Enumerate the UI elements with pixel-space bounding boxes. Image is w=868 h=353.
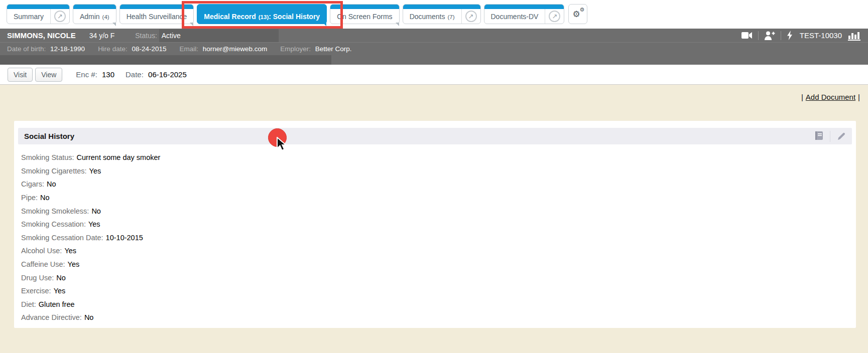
social-history-row: Caffeine Use: Yes (21, 258, 849, 271)
edit-pencil-icon[interactable] (837, 132, 846, 141)
tab-medical-record-active[interactable]: Medical Record (13) : Social History (197, 4, 327, 24)
social-history-row: Smoking Status: Current some day smoker (21, 151, 849, 164)
tab-label: Documents (410, 13, 445, 21)
enc-number-label: Enc #: (76, 70, 97, 79)
lightning-icon[interactable] (787, 31, 793, 40)
patient-name: SIMMONS, NICOLE (7, 31, 76, 40)
email-label: Email: (179, 45, 198, 53)
tab-settings-button[interactable]: ⚙ ⚙ (568, 4, 587, 24)
tab-label: Health Surveillance (127, 13, 187, 21)
view-button[interactable]: View (35, 68, 62, 82)
tab-on-screen-forms[interactable]: On Screen Forms (330, 4, 399, 24)
dob-value: 12-18-1990 (50, 45, 85, 53)
pipe: | (801, 93, 803, 101)
social-history-label: Alcohol Use: (21, 247, 62, 255)
hire-date-label: Hire date: (98, 45, 128, 53)
chevron-fold-icon (323, 23, 326, 26)
status-value: Active (162, 32, 181, 40)
gear-icon: ⚙ (580, 7, 585, 13)
add-document-link[interactable]: Add Document (806, 93, 855, 101)
social-history-value: Yes (64, 247, 76, 255)
external-link-icon: ↗ (54, 11, 66, 22)
employer-label: Employer: (280, 45, 311, 53)
tab-documents-popout[interactable]: ↗ (461, 5, 480, 24)
social-history-label: Exercise: (21, 287, 51, 295)
tab-count: (13) (259, 14, 269, 20)
add-person-icon[interactable] (764, 31, 775, 40)
social-history-value: Current some day smoker (77, 153, 161, 161)
social-history-label: Caffeine Use: (21, 260, 65, 268)
divider (758, 31, 759, 40)
external-link-icon: ↗ (465, 11, 477, 22)
patient-banner-row1: SIMMONS, NICOLE 34 y/o F Status: Active … (0, 29, 868, 42)
dob-label: Date of birth: (7, 45, 46, 53)
chevron-fold-icon (190, 23, 193, 26)
patient-banner-row3 (0, 55, 868, 65)
video-camera-icon[interactable] (741, 32, 753, 39)
patient-banner-row2: Date of birth: 12-18-1990 Hire date: 08-… (0, 42, 868, 55)
notes-icon[interactable] (815, 131, 823, 141)
social-history-label: Pipe: (21, 194, 38, 202)
patient-banner: SIMMONS, NICOLE 34 y/o F Status: Active … (0, 29, 868, 65)
social-history-value: No (84, 313, 94, 321)
chevron-fold-icon (112, 23, 116, 26)
social-history-row: Advance Directive: No (21, 311, 849, 324)
card-title: Social History (24, 132, 74, 140)
social-history-row: Alcohol Use: Yes (21, 244, 849, 258)
add-document-bar: |Add Document| (801, 93, 860, 101)
social-history-row: Smoking Cessation: Yes (21, 218, 849, 231)
social-history-label: Diet: (21, 300, 36, 308)
chart-id: TEST-10030 (800, 31, 842, 40)
social-history-label: Smoking Cigarettes: (21, 167, 87, 175)
tab-label: Admin (80, 13, 100, 21)
social-history-value: No (91, 207, 101, 215)
social-history-row: Diet: Gluten free (21, 298, 849, 311)
tab-documents-dv[interactable]: Documents-DV ↗ (484, 4, 565, 24)
tab-admin[interactable]: Admin (4) (73, 4, 116, 24)
tab-label: Medical Record (204, 13, 256, 21)
social-history-value: Yes (54, 287, 66, 295)
employer-value: Better Corp. (315, 45, 352, 53)
enc-number-value: 130 (102, 70, 114, 79)
social-history-card: Social History Smoking Status: Current s… (14, 121, 856, 328)
gear-icon: ⚙ (572, 9, 580, 20)
tab-label: On Screen Forms (337, 13, 392, 21)
content-area: |Add Document| Social History Smoking St… (0, 85, 868, 353)
social-history-label: Smoking Smokeless: (21, 207, 89, 215)
social-history-row: Drug Use: No (21, 271, 849, 284)
social-history-label: Advance Directive: (21, 313, 82, 321)
divider (830, 131, 830, 142)
status-label: Status: (135, 32, 157, 40)
social-history-value: No (40, 194, 50, 202)
pipe: | (858, 93, 860, 101)
social-history-list: Smoking Status: Current some day smoker … (14, 144, 856, 331)
patient-age-sex: 34 y/o F (89, 32, 115, 40)
tab-summary[interactable]: Summary ↗ (7, 4, 70, 24)
external-link-icon: ↗ (549, 11, 560, 22)
social-history-label: Smoking Status: (21, 153, 74, 161)
tab-bar: Summary ↗ Admin (4) Health Surveillance … (0, 0, 868, 29)
social-history-row: Exercise: Yes (21, 284, 849, 298)
hire-date-value: 08-24-2015 (132, 45, 166, 53)
chevron-fold-icon (396, 23, 399, 26)
tab-sublabel: : Social History (269, 13, 320, 21)
tab-label: Documents-DV (491, 13, 539, 21)
encounter-bar: Visit View Enc #: 130 Date: 06-16-2025 (0, 65, 868, 85)
divider (781, 31, 781, 40)
cursor-icon (277, 137, 289, 154)
social-history-value: Yes (68, 260, 80, 268)
social-history-row: Smoking Cessation Date: 10-10-2015 (21, 231, 849, 245)
banner-sub-strip (0, 55, 331, 65)
social-history-label: Smoking Cessation Date: (21, 234, 103, 242)
bar-chart-icon[interactable] (848, 31, 861, 41)
tab-documents-dv-popout[interactable]: ↗ (545, 5, 564, 24)
tab-documents[interactable]: Documents (7) ↗ (403, 4, 481, 24)
enc-date-value: 06-16-2025 (148, 70, 187, 79)
tab-count: (4) (102, 14, 109, 20)
social-history-value: No (47, 180, 56, 188)
social-history-row: Pipe: No (21, 191, 849, 205)
email-value: horner@mieweb.com (203, 45, 268, 53)
visit-button[interactable]: Visit (8, 68, 33, 82)
tab-summary-popout[interactable]: ↗ (50, 5, 69, 24)
tab-health-surveillance[interactable]: Health Surveillance (119, 4, 194, 24)
